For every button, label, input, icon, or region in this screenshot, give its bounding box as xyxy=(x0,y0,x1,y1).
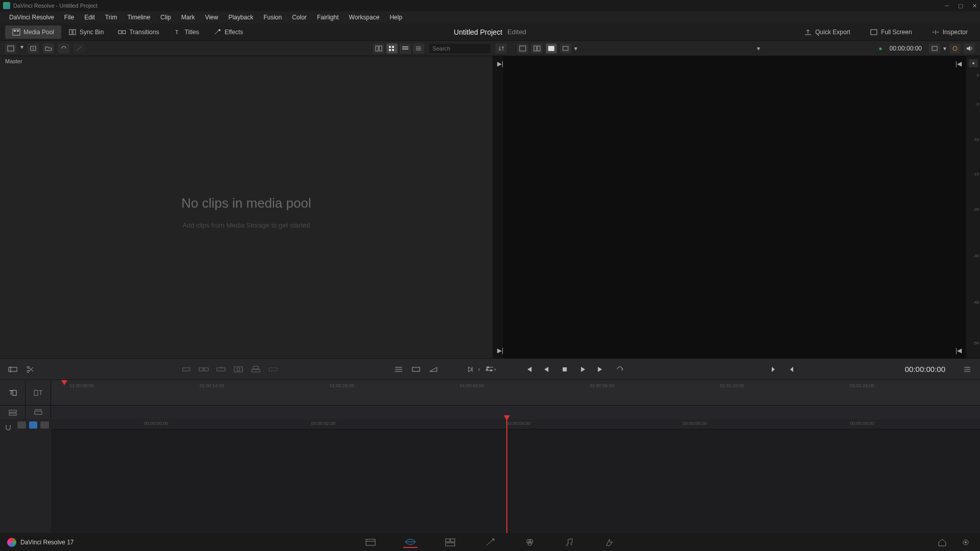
append-button[interactable] xyxy=(197,363,210,375)
viewer-timecode[interactable]: 00:00:00:00 xyxy=(886,45,926,52)
track-insert-button[interactable] xyxy=(0,406,26,419)
snap-button[interactable] xyxy=(2,421,14,434)
tab-titles[interactable]: T Titles xyxy=(166,26,206,39)
quick-export-button[interactable]: Quick Export xyxy=(797,26,857,39)
menu-playback[interactable]: Playback xyxy=(224,12,257,22)
zoom-menu-button[interactable] xyxy=(929,43,940,54)
page-color[interactable] xyxy=(523,537,537,548)
tab-sync-bin[interactable]: Sync Bin xyxy=(61,26,111,39)
source-overwrite-button[interactable] xyxy=(266,363,280,375)
go-to-first-button[interactable] xyxy=(522,363,535,375)
chevron-down-icon-3[interactable]: ▾ xyxy=(943,45,946,52)
menu-view[interactable]: View xyxy=(201,12,223,22)
page-deliver[interactable] xyxy=(602,537,617,548)
prev-clip-icon[interactable]: |◀ xyxy=(955,60,962,67)
source-viewer-button[interactable] xyxy=(517,43,528,54)
page-edit[interactable] xyxy=(443,537,457,548)
fast-review-button[interactable] xyxy=(465,363,479,375)
next-edit-button[interactable] xyxy=(767,363,780,375)
upper-ruler[interactable]: 01:00:00:00 01:00:14:00 01:00:28:00 01:0… xyxy=(51,380,980,405)
page-cut[interactable] xyxy=(403,537,418,548)
rec-viewer-button[interactable] xyxy=(531,43,543,54)
search-input[interactable] xyxy=(429,44,491,53)
audio-sync-button[interactable] xyxy=(40,421,49,429)
metadata-view-button[interactable] xyxy=(373,43,384,54)
boring-detector-button[interactable] xyxy=(6,363,19,375)
loop-button[interactable] xyxy=(614,363,627,375)
place-on-top-button[interactable] xyxy=(249,363,262,375)
marker-button[interactable] xyxy=(17,421,26,429)
jog-dot-icon[interactable]: ● xyxy=(485,366,488,373)
menu-file[interactable]: File xyxy=(60,12,78,22)
import-media-button[interactable] xyxy=(28,43,39,54)
prev-edit-button[interactable] xyxy=(785,363,798,375)
inspector-button[interactable]: Inspector xyxy=(924,26,975,39)
safe-area-button[interactable] xyxy=(560,43,571,54)
project-settings-button[interactable] xyxy=(959,537,973,548)
play-button[interactable] xyxy=(577,363,590,375)
lower-ruler[interactable]: 00:00:00:00 00:00:02:00 00:00:04:00 00:0… xyxy=(51,419,980,430)
step-back-button[interactable] xyxy=(540,363,553,375)
resolve-fx-button[interactable] xyxy=(74,43,85,54)
jog-right-icon[interactable]: › xyxy=(494,366,496,373)
minimize-icon[interactable]: ─ xyxy=(945,3,949,9)
menu-color[interactable]: Color xyxy=(288,12,311,22)
close-icon[interactable]: ✕ xyxy=(972,3,977,9)
menu-help[interactable]: Help xyxy=(385,12,406,22)
bypass-fx-button[interactable] xyxy=(949,43,961,54)
timeline-timecode[interactable]: 00:00:00:00 xyxy=(905,365,945,373)
page-fusion[interactable] xyxy=(483,537,497,548)
transition-button[interactable] xyxy=(409,363,423,375)
upper-playhead[interactable] xyxy=(61,380,67,385)
menu-timeline[interactable]: Timeline xyxy=(123,12,154,22)
page-media[interactable] xyxy=(363,537,378,548)
next-clip-icon[interactable]: ▶| xyxy=(497,60,503,67)
track-overwrite-button[interactable] xyxy=(26,406,51,419)
stop-button[interactable] xyxy=(558,363,572,375)
list-view-button[interactable] xyxy=(413,43,424,54)
timeline-mode-b-button[interactable]: T xyxy=(26,380,51,405)
sort-button[interactable] xyxy=(496,43,507,54)
upper-track-area[interactable] xyxy=(51,406,980,419)
chevron-down-icon[interactable]: ▾ xyxy=(574,45,577,52)
menu-edit[interactable]: Edit xyxy=(80,12,99,22)
timeline-tracks[interactable]: 00:00:00:00 00:00:02:00 00:00:04:00 00:0… xyxy=(51,419,980,551)
menu-mark[interactable]: Mark xyxy=(177,12,199,22)
timeline-menu-button[interactable] xyxy=(961,363,974,375)
meter-settings-button[interactable] xyxy=(969,59,978,67)
sync-button[interactable] xyxy=(58,43,69,54)
menu-clip[interactable]: Clip xyxy=(156,12,175,22)
import-folder-button[interactable] xyxy=(43,43,54,54)
timeline-playhead[interactable] xyxy=(506,419,507,551)
go-to-last-button[interactable] xyxy=(595,363,608,375)
dropdown-icon[interactable]: ▾ xyxy=(20,43,23,54)
tools-button[interactable] xyxy=(392,363,405,375)
menu-fusion[interactable]: Fusion xyxy=(259,12,286,22)
split-clip-button[interactable] xyxy=(23,363,37,375)
menu-workspace[interactable]: Workspace xyxy=(345,12,384,22)
source-viewer[interactable]: ▶| ▶| xyxy=(493,56,503,358)
menu-davinci[interactable]: DaVinci Resolve xyxy=(5,12,58,22)
strip-view-button[interactable] xyxy=(400,43,411,54)
record-viewer[interactable]: |◀ |◀ xyxy=(503,56,966,358)
tab-transitions[interactable]: Transitions xyxy=(111,26,166,39)
flag-button[interactable] xyxy=(29,421,38,429)
timeline-mode-a-button[interactable]: T xyxy=(0,380,26,405)
full-screen-button[interactable]: Full Screen xyxy=(863,26,919,39)
jog-left-icon[interactable]: ‹ xyxy=(478,366,480,373)
ripple-overwrite-button[interactable] xyxy=(214,363,228,375)
media-pool-body[interactable]: No clips in media pool Add clips from Me… xyxy=(0,66,493,358)
prev-clip-icon-2[interactable]: |◀ xyxy=(955,347,962,354)
tab-effects[interactable]: Effects xyxy=(206,26,250,39)
dual-viewer-button[interactable] xyxy=(546,43,557,54)
bin-list-button[interactable] xyxy=(5,43,16,54)
home-button[interactable] xyxy=(935,537,949,548)
media-pool-header[interactable]: Master xyxy=(0,56,493,66)
thumbnail-view-button[interactable] xyxy=(386,43,398,54)
menu-trim[interactable]: Trim xyxy=(101,12,121,22)
close-up-button[interactable] xyxy=(232,363,245,375)
tab-media-pool[interactable]: Media Pool xyxy=(5,26,61,39)
next-clip-icon-2[interactable]: ▶| xyxy=(497,347,503,354)
maximize-icon[interactable]: ▢ xyxy=(958,3,963,9)
menu-fairlight[interactable]: Fairlight xyxy=(313,12,343,22)
